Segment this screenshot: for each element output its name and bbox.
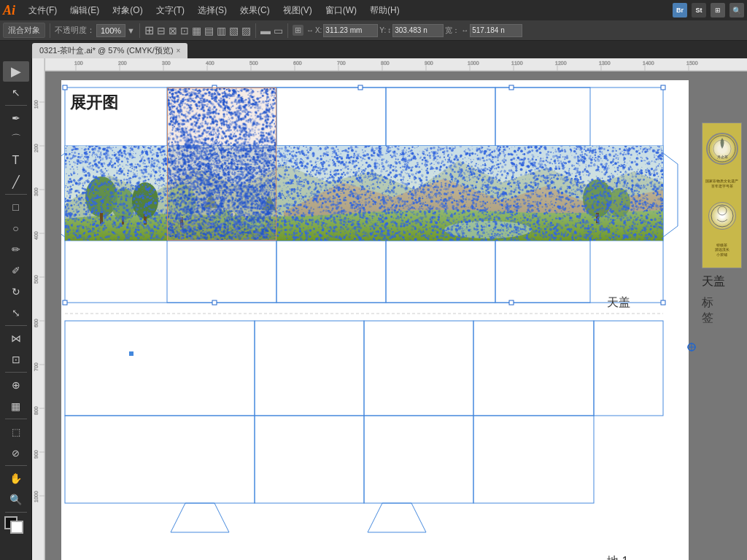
svg-rect-87: [509, 300, 514, 305]
tool-artboard[interactable]: ⬚: [3, 421, 29, 442]
svg-text:500: 500: [249, 61, 258, 66]
svg-rect-58: [495, 88, 590, 146]
svg-text:700: 700: [337, 61, 346, 66]
toolbar-sep-3: [255, 23, 256, 38]
svg-text:900: 900: [34, 450, 39, 459]
svg-text:1500: 1500: [686, 61, 698, 66]
distribute-icon-1[interactable]: ▬: [260, 25, 271, 36]
tool-column-graph[interactable]: ▦: [3, 396, 29, 416]
menu-window[interactable]: 窗口(W): [320, 3, 363, 18]
svg-point-113: [718, 206, 727, 215]
tool-slice[interactable]: ⊘: [3, 443, 29, 463]
align-icon-3[interactable]: ⊠: [169, 25, 177, 36]
tool-warp[interactable]: ⋈: [3, 328, 29, 349]
menu-file[interactable]: 文件(F): [23, 3, 63, 18]
biaoqian-label: 标签: [702, 295, 713, 326]
label-circle-top: 月之茶: [706, 133, 738, 165]
tool-curvature[interactable]: ⌒: [3, 129, 29, 149]
align-icon-1[interactable]: ⊞: [144, 23, 154, 37]
svg-rect-32: [32, 58, 45, 560]
stock-icon[interactable]: St: [692, 3, 706, 18]
tool-line[interactable]: ╱: [3, 171, 29, 192]
menu-effect[interactable]: 效果(C): [234, 3, 276, 18]
opacity-arrow[interactable]: ▼: [127, 26, 135, 35]
svg-rect-72: [364, 321, 473, 416]
label-text-2: 特级茶 源远流长 小茶铺: [715, 244, 729, 258]
search-icon[interactable]: 🔍: [729, 3, 744, 18]
svg-rect-57: [386, 88, 495, 146]
opacity-label: 不透明度：: [55, 25, 95, 36]
tool-selection[interactable]: ▶: [3, 61, 29, 82]
svg-text:900: 900: [425, 61, 433, 66]
tool-paintbrush[interactable]: ✏: [3, 239, 29, 260]
pink-tinted-panel: [167, 88, 276, 241]
w-input[interactable]: [470, 24, 522, 37]
svg-rect-79: [63, 85, 67, 90]
align-icon-8[interactable]: ▧: [229, 25, 239, 36]
tool-zoom[interactable]: 🔍: [3, 489, 29, 510]
transform-icon[interactable]: ⊞: [293, 25, 303, 36]
align-icon-4[interactable]: ⊡: [180, 25, 189, 36]
ruler-horizontal: 100 200 300 400 500 600 700 800 900 1000…: [32, 58, 747, 71]
tool-sep-4: [5, 372, 27, 373]
svg-rect-82: [63, 300, 67, 305]
svg-point-92: [112, 188, 135, 220]
tool-scale[interactable]: ⤡: [3, 303, 29, 323]
svg-point-91: [85, 176, 117, 217]
svg-text:1400: 1400: [643, 61, 654, 66]
svg-rect-66: [276, 241, 386, 303]
align-icon-5[interactable]: ▦: [192, 25, 201, 36]
grid-icon[interactable]: ⊞: [711, 3, 725, 18]
svg-point-100: [608, 188, 630, 217]
toolbar-sep-2: [139, 23, 140, 38]
menu-select[interactable]: 选择(S): [192, 3, 233, 18]
bridge-icon[interactable]: Br: [673, 3, 687, 18]
svg-rect-56: [276, 88, 386, 146]
tool-sep-3: [5, 325, 27, 326]
crosshair-indicator: [687, 343, 696, 351]
di1-label: 地 1: [607, 554, 628, 560]
distribute-icon-2[interactable]: ▭: [274, 25, 283, 36]
tool-pen[interactable]: ✒: [3, 108, 29, 128]
svg-rect-78: [473, 416, 594, 503]
align-icon-6[interactable]: ▤: [204, 25, 214, 36]
menu-object[interactable]: 对象(O): [107, 3, 148, 18]
svg-text:300: 300: [34, 187, 39, 196]
align-icon-7[interactable]: ▥: [217, 25, 226, 36]
tool-pencil[interactable]: ✐: [3, 260, 29, 281]
svg-rect-94: [100, 213, 103, 224]
align-icon-2[interactable]: ⊟: [157, 25, 166, 36]
svg-text:500: 500: [34, 275, 39, 284]
label-circle-mid: [708, 202, 736, 230]
svg-rect-77: [364, 416, 473, 503]
tag-labels-area: 天盖: [702, 274, 742, 289]
menu-text[interactable]: 文字(T): [150, 3, 190, 18]
svg-rect-74: [594, 321, 663, 416]
landscape-panel: [65, 146, 663, 241]
x-input[interactable]: [323, 24, 378, 37]
fill-stroke-widget[interactable]: [3, 515, 29, 537]
canvas-area[interactable]: 100 200 300 400 500 600 700 800 900 1000…: [32, 58, 747, 560]
tool-free-transform[interactable]: ⊡: [3, 349, 29, 370]
tab-close-button[interactable]: ×: [177, 47, 181, 55]
y-input[interactable]: [392, 24, 444, 37]
opacity-input[interactable]: [96, 24, 125, 37]
align-icon-9[interactable]: ▨: [241, 25, 251, 36]
label-text-1: 国家非物质文化遗产 百年老字号茶: [705, 179, 738, 189]
document-tab[interactable]: 0321-茶叶盒.ai* @ 57% (CMYK/预览) ×: [32, 43, 187, 58]
tool-rotate[interactable]: ↻: [3, 281, 29, 302]
svg-rect-76: [255, 416, 364, 503]
x-arrow: ↔: [306, 26, 314, 34]
menu-view[interactable]: 视图(V): [277, 3, 318, 18]
svg-point-106: [444, 221, 532, 238]
tool-rectangle[interactable]: □: [3, 197, 29, 217]
svg-text:1200: 1200: [555, 61, 567, 66]
tool-type[interactable]: T: [3, 150, 29, 171]
main-area: ▶ ↖ ✒ ⌒ T ╱ □ ○ ✏ ✐ ↻ ⤡ ⋈ ⊡ ⊕ ▦ ⬚ ⊘ ✋ 🔍: [0, 58, 747, 560]
menu-help[interactable]: 帮助(H): [364, 3, 406, 18]
tool-direct-select[interactable]: ↖: [3, 82, 29, 103]
tool-symbol-sprayer[interactable]: ⊕: [3, 375, 29, 395]
tool-hand[interactable]: ✋: [3, 468, 29, 489]
menu-edit[interactable]: 编辑(E): [64, 3, 105, 18]
tool-ellipse[interactable]: ○: [3, 218, 29, 238]
